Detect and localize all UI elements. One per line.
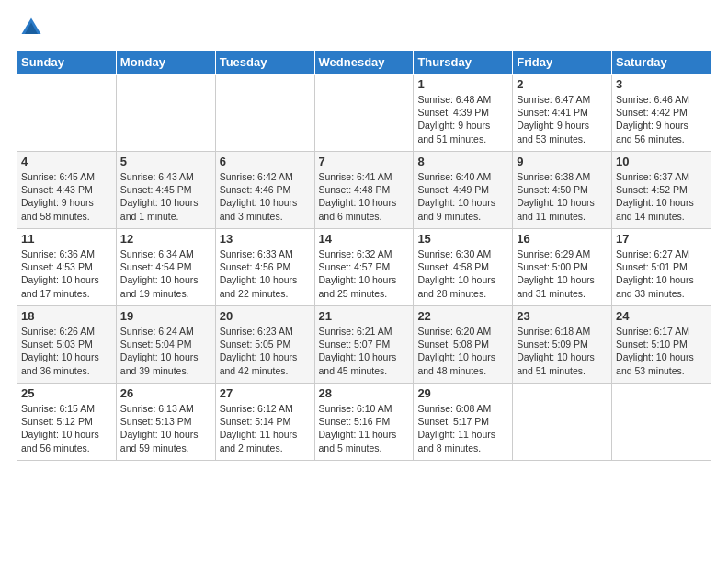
day-info: Sunrise: 6:18 AM Sunset: 5:09 PM Dayligh… [517,325,608,377]
day-cell: 19Sunrise: 6:24 AM Sunset: 5:04 PM Dayli… [116,306,215,384]
day-number: 19 [120,309,211,323]
day-number: 17 [616,232,707,246]
day-cell: 5Sunrise: 6:43 AM Sunset: 4:45 PM Daylig… [116,152,215,229]
day-cell [314,75,414,152]
week-row-1: 1Sunrise: 6:48 AM Sunset: 4:39 PM Daylig… [17,75,711,152]
day-number: 10 [616,155,707,168]
day-info: Sunrise: 6:42 AM Sunset: 4:46 PM Dayligh… [220,170,311,223]
day-info: Sunrise: 6:40 AM Sunset: 4:49 PM Dayligh… [417,170,508,223]
day-number: 9 [517,155,608,168]
day-number: 2 [517,77,608,91]
day-cell: 21Sunrise: 6:21 AM Sunset: 5:07 PM Dayli… [314,306,414,384]
weekday-header-friday: Friday [513,51,612,75]
week-row-2: 4Sunrise: 6:45 AM Sunset: 4:43 PM Daylig… [17,152,711,229]
day-cell: 23Sunrise: 6:18 AM Sunset: 5:09 PM Dayli… [513,306,612,384]
day-info: Sunrise: 6:46 AM Sunset: 4:42 PM Dayligh… [616,93,707,145]
day-cell: 1Sunrise: 6:48 AM Sunset: 4:39 PM Daylig… [414,75,513,152]
day-info: Sunrise: 6:21 AM Sunset: 5:07 PM Dayligh… [319,325,410,377]
day-number: 16 [517,232,608,246]
weekday-header-thursday: Thursday [414,51,513,75]
day-info: Sunrise: 6:47 AM Sunset: 4:41 PM Dayligh… [517,93,608,145]
day-number: 4 [21,155,112,168]
day-info: Sunrise: 6:41 AM Sunset: 4:48 PM Dayligh… [319,170,410,223]
day-cell: 2Sunrise: 6:47 AM Sunset: 4:41 PM Daylig… [513,75,612,152]
day-cell: 3Sunrise: 6:46 AM Sunset: 4:42 PM Daylig… [612,75,711,152]
day-info: Sunrise: 6:27 AM Sunset: 5:01 PM Dayligh… [616,247,707,300]
day-number: 6 [220,155,311,168]
day-cell: 7Sunrise: 6:41 AM Sunset: 4:48 PM Daylig… [314,152,414,229]
day-number: 25 [21,386,112,400]
day-cell: 8Sunrise: 6:40 AM Sunset: 4:49 PM Daylig… [414,152,513,229]
day-cell: 10Sunrise: 6:37 AM Sunset: 4:52 PM Dayli… [612,152,711,229]
day-number: 24 [616,309,707,323]
day-info: Sunrise: 6:32 AM Sunset: 4:57 PM Dayligh… [319,247,410,300]
weekday-header-row: SundayMondayTuesdayWednesdayThursdayFrid… [17,51,711,75]
day-number: 14 [319,232,410,246]
day-number: 12 [120,232,211,246]
day-cell: 13Sunrise: 6:33 AM Sunset: 4:56 PM Dayli… [215,229,314,306]
day-number: 23 [517,309,608,323]
day-info: Sunrise: 6:23 AM Sunset: 5:05 PM Dayligh… [220,325,311,377]
day-number: 18 [21,309,112,323]
day-info: Sunrise: 6:26 AM Sunset: 5:03 PM Dayligh… [21,325,112,377]
day-cell: 22Sunrise: 6:20 AM Sunset: 5:08 PM Dayli… [414,306,513,384]
day-number: 28 [319,386,410,400]
day-number: 15 [417,232,508,246]
day-number: 21 [319,309,410,323]
day-cell: 20Sunrise: 6:23 AM Sunset: 5:05 PM Dayli… [215,306,314,384]
day-info: Sunrise: 6:10 AM Sunset: 5:16 PM Dayligh… [319,402,410,454]
day-cell: 25Sunrise: 6:15 AM Sunset: 5:12 PM Dayli… [17,384,117,461]
day-cell [17,75,117,152]
day-cell: 24Sunrise: 6:17 AM Sunset: 5:10 PM Dayli… [612,306,711,384]
day-info: Sunrise: 6:15 AM Sunset: 5:12 PM Dayligh… [21,402,112,454]
day-cell: 26Sunrise: 6:13 AM Sunset: 5:13 PM Dayli… [116,384,215,461]
day-info: Sunrise: 6:24 AM Sunset: 5:04 PM Dayligh… [120,325,211,377]
day-number: 27 [220,386,311,400]
week-row-3: 11Sunrise: 6:36 AM Sunset: 4:53 PM Dayli… [17,229,711,306]
day-number: 3 [616,77,707,91]
weekday-header-saturday: Saturday [612,51,711,75]
day-info: Sunrise: 6:37 AM Sunset: 4:52 PM Dayligh… [616,170,707,223]
weekday-header-sunday: Sunday [17,51,117,75]
day-cell: 6Sunrise: 6:42 AM Sunset: 4:46 PM Daylig… [215,152,314,229]
day-cell [116,75,215,152]
logo [17,15,44,44]
day-number: 8 [417,155,508,168]
day-info: Sunrise: 6:48 AM Sunset: 4:39 PM Dayligh… [417,93,508,145]
weekday-header-tuesday: Tuesday [215,51,314,75]
day-cell: 12Sunrise: 6:34 AM Sunset: 4:54 PM Dayli… [116,229,215,306]
day-cell: 14Sunrise: 6:32 AM Sunset: 4:57 PM Dayli… [314,229,414,306]
day-number: 20 [220,309,311,323]
page-container: SundayMondayTuesdayWednesdayThursdayFrid… [0,0,728,470]
day-info: Sunrise: 6:17 AM Sunset: 5:10 PM Dayligh… [616,325,707,377]
day-info: Sunrise: 6:45 AM Sunset: 4:43 PM Dayligh… [21,170,112,223]
day-cell: 4Sunrise: 6:45 AM Sunset: 4:43 PM Daylig… [17,152,117,229]
day-cell: 16Sunrise: 6:29 AM Sunset: 5:00 PM Dayli… [513,229,612,306]
day-cell: 28Sunrise: 6:10 AM Sunset: 5:16 PM Dayli… [314,384,414,461]
day-info: Sunrise: 6:33 AM Sunset: 4:56 PM Dayligh… [220,247,311,300]
day-info: Sunrise: 6:30 AM Sunset: 4:58 PM Dayligh… [417,247,508,300]
day-info: Sunrise: 6:29 AM Sunset: 5:00 PM Dayligh… [517,247,608,300]
day-number: 29 [417,386,508,400]
day-cell: 11Sunrise: 6:36 AM Sunset: 4:53 PM Dayli… [17,229,117,306]
day-cell [612,384,711,461]
day-number: 7 [319,155,410,168]
day-cell: 27Sunrise: 6:12 AM Sunset: 5:14 PM Dayli… [215,384,314,461]
day-number: 11 [21,232,112,246]
header [17,15,711,44]
day-number: 26 [120,386,211,400]
day-cell: 15Sunrise: 6:30 AM Sunset: 4:58 PM Dayli… [414,229,513,306]
day-info: Sunrise: 6:43 AM Sunset: 4:45 PM Dayligh… [120,170,211,223]
day-info: Sunrise: 6:36 AM Sunset: 4:53 PM Dayligh… [21,247,112,300]
day-info: Sunrise: 6:12 AM Sunset: 5:14 PM Dayligh… [220,402,311,454]
day-info: Sunrise: 6:13 AM Sunset: 5:13 PM Dayligh… [120,402,211,454]
day-cell: 18Sunrise: 6:26 AM Sunset: 5:03 PM Dayli… [17,306,117,384]
day-cell: 29Sunrise: 6:08 AM Sunset: 5:17 PM Dayli… [414,384,513,461]
week-row-5: 25Sunrise: 6:15 AM Sunset: 5:12 PM Dayli… [17,384,711,461]
day-info: Sunrise: 6:08 AM Sunset: 5:17 PM Dayligh… [417,402,508,454]
day-number: 13 [220,232,311,246]
weekday-header-monday: Monday [116,51,215,75]
calendar-table: SundayMondayTuesdayWednesdayThursdayFrid… [17,50,711,461]
day-number: 1 [417,77,508,91]
day-cell [215,75,314,152]
